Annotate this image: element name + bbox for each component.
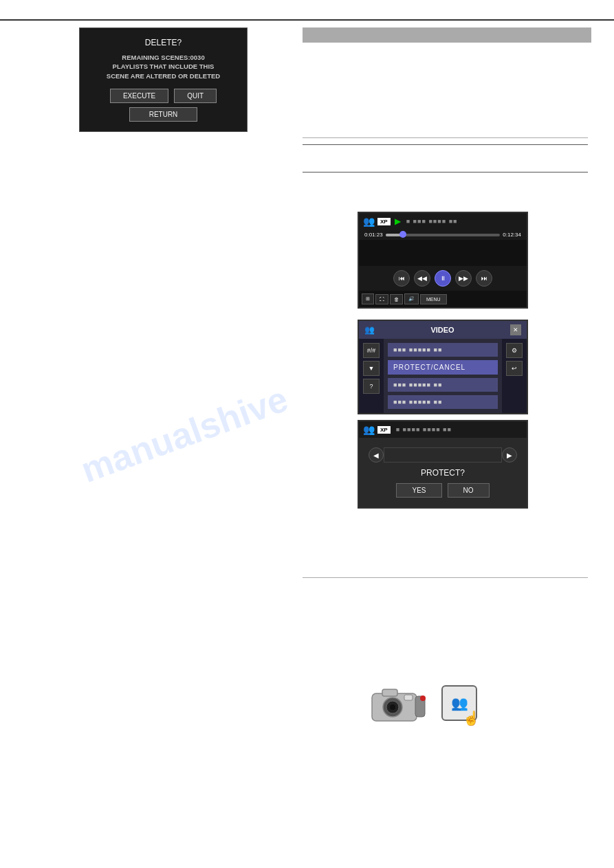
pause-icon: ⏸	[440, 275, 446, 282]
protect-dialog-area: ◀ ▶ PROTECT? YES NO	[359, 438, 527, 507]
menu-return-button[interactable]: ↩	[506, 361, 523, 376]
menu-ui: 👥 VIDEO ✕ #/# ▼ ? ■■■ ■■■■■ ■■ PROTECT/C…	[358, 320, 528, 414]
skip-forward-icon: ⏭	[481, 275, 487, 282]
time-start: 0:01:23	[364, 232, 383, 238]
playlist-icon: ⊞	[366, 296, 370, 302]
menu-down-button[interactable]: ▼	[363, 361, 380, 376]
protect-yes-no: YES NO	[366, 483, 520, 498]
connection-icon: 👥	[451, 695, 468, 711]
menu-left-nav: #/# ▼ ?	[359, 339, 384, 413]
protect-quality-badge: XP	[377, 426, 391, 434]
menu-right-nav: ⚙ ↩	[502, 339, 527, 413]
menu-close-button[interactable]: ✕	[510, 324, 521, 335]
svg-point-7	[420, 695, 426, 701]
rewind-icon: ◀◀	[417, 275, 427, 282]
camera-illustration: 👥 ☝	[369, 681, 477, 726]
protect-camera-icon: 👥	[363, 424, 375, 435]
menu-help-button[interactable]: ?	[363, 379, 380, 394]
delete-dialog-btn-row: EXECUTE QUIT	[88, 89, 239, 103]
title-dots: ■ ■■■ ■■■■ ■■	[406, 218, 458, 225]
bottom-controls: ⊞ ⛶ 🗑 🔊 MENU	[359, 291, 527, 307]
rule-2	[303, 144, 588, 145]
delete-dialog-info: REMAINING SCENES:0030 PLAYLISTS THAT INC…	[88, 53, 239, 80]
execute-button[interactable]: EXECUTE	[110, 89, 168, 103]
quality-badge: XP	[377, 218, 391, 225]
protect-top-bar: 👥 XP ■ ■■■■ ■■■■ ■■	[359, 421, 527, 438]
protect-no-button[interactable]: NO	[448, 483, 490, 498]
camera-body-svg	[369, 681, 430, 726]
menu-fraction: #/#	[363, 343, 380, 358]
protect-prev-button[interactable]: ◀	[369, 447, 384, 463]
top-divider	[0, 19, 614, 21]
delete-dialog: DELETE? REMAINING SCENES:0030 PLAYLISTS …	[79, 27, 248, 132]
protect-dots: ■ ■■■■ ■■■■ ■■	[396, 426, 452, 433]
time-end: 0:12:34	[503, 232, 521, 238]
skip-back-button[interactable]: ⏮	[393, 270, 410, 287]
left-panel: DELETE? REMAINING SCENES:0030 PLAYLISTS …	[79, 27, 248, 132]
watermark: manualshive	[76, 377, 294, 490]
return-button[interactable]: RETURN	[129, 107, 198, 122]
playback-top-bar: 👥 XP ▶ ■ ■■■ ■■■■ ■■	[359, 213, 527, 230]
rewind-button[interactable]: ◀◀	[414, 270, 430, 287]
protect-ui: 👥 XP ■ ■■■■ ■■■■ ■■ ◀ ▶ PROTECT? YES NO	[358, 420, 528, 509]
menu-items-list: ■■■ ■■■■■ ■■ PROTECT/CANCEL ■■■ ■■■■■ ■■…	[384, 339, 502, 413]
pause-button[interactable]: ⏸	[435, 270, 451, 287]
svg-point-3	[390, 704, 395, 710]
svg-rect-6	[404, 695, 413, 700]
quit-button[interactable]: QUIT	[174, 89, 217, 103]
volume-icon: 🔊	[408, 296, 415, 302]
delete-icon: 🗑	[394, 297, 399, 302]
menu-label: MENU	[426, 297, 441, 302]
rule-bottom	[303, 577, 588, 578]
video-area	[359, 240, 527, 266]
fast-forward-button[interactable]: ▶▶	[455, 270, 472, 287]
fullscreen-button[interactable]: ⛶	[375, 294, 388, 304]
playback-ui: 👥 XP ▶ ■ ■■■ ■■■■ ■■ 0:01:23 0:12:34 ⏮ ◀…	[358, 212, 528, 309]
protect-nav: ◀ ▶	[366, 447, 520, 463]
delete-dialog-title: DELETE?	[88, 38, 239, 47]
menu-item-3[interactable]: ■■■ ■■■■■ ■■	[388, 395, 498, 409]
fast-forward-icon: ▶▶	[459, 275, 468, 282]
menu-cam-icon: 👥	[364, 325, 375, 335]
menu-item-0[interactable]: ■■■ ■■■■■ ■■	[388, 343, 498, 357]
fullscreen-icon: ⛶	[380, 297, 384, 302]
play-icon: ▶	[395, 216, 401, 226]
menu-title: VIDEO	[430, 326, 454, 334]
menu-body: #/# ▼ ? ■■■ ■■■■■ ■■ PROTECT/CANCEL ■■■ …	[359, 339, 527, 413]
skip-back-icon: ⏮	[399, 275, 405, 282]
protect-yes-button[interactable]: YES	[396, 483, 441, 498]
camera-area: 👥 ☝	[330, 662, 516, 744]
progress-row: 0:01:23 0:12:34	[359, 230, 527, 240]
progress-bar[interactable]	[386, 234, 501, 236]
volume-button[interactable]: 🔊	[404, 293, 419, 304]
menu-item-2[interactable]: ■■■ ■■■■■ ■■	[388, 378, 498, 392]
menu-top-bar: 👥 VIDEO ✕	[359, 321, 527, 339]
playlist-button[interactable]: ⊞	[362, 293, 374, 304]
protect-next-button[interactable]: ▶	[502, 447, 517, 463]
camera-icon: 👥	[363, 216, 375, 227]
rule-3	[303, 172, 588, 173]
rule-1	[303, 137, 588, 138]
right-section-header	[303, 27, 591, 43]
menu-item-protect-cancel[interactable]: PROTECT/CANCEL	[388, 360, 498, 375]
menu-gear-button[interactable]: ⚙	[506, 343, 523, 358]
finger-icon: ☝	[463, 710, 480, 726]
protect-question: PROTECT?	[366, 468, 520, 478]
delete-button[interactable]: 🗑	[390, 294, 403, 304]
menu-button[interactable]: MENU	[420, 294, 447, 304]
skip-forward-button[interactable]: ⏭	[476, 270, 492, 287]
svg-rect-4	[382, 689, 397, 696]
progress-knob[interactable]	[399, 231, 406, 238]
right-screenshots: 👥 XP ▶ ■ ■■■ ■■■■ ■■ 0:01:23 0:12:34 ⏮ ◀…	[358, 199, 528, 514]
controls-row: ⏮ ◀◀ ⏸ ▶▶ ⏭	[359, 266, 527, 291]
